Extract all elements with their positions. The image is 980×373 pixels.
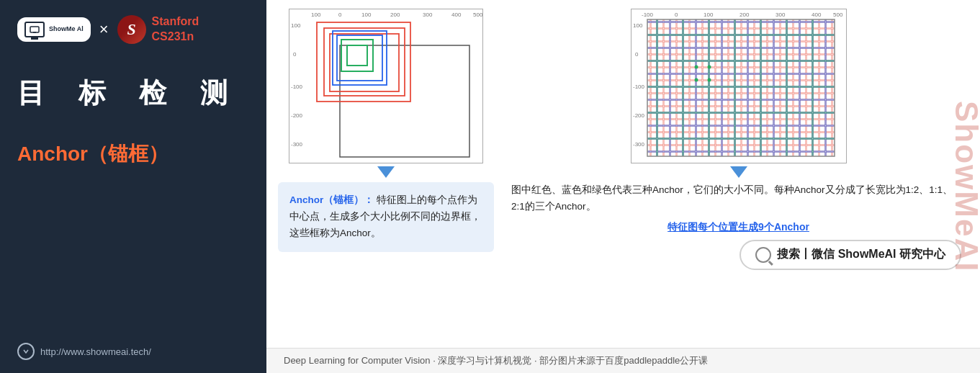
footer-text: Deep Learning for Computer Vision · 深度学习… [284, 354, 708, 367]
diagrams-row: 100 0 100 200 300 400 500 100 0 -100 -20… [266, 0, 980, 348]
arrow-down-left [377, 166, 395, 178]
footer: Deep Learning for Computer Vision · 深度学习… [266, 348, 980, 373]
svg-point-42 [707, 66, 711, 69]
search-bar[interactable]: 搜索丨微信 ShowMeAI 研究中心 [740, 240, 961, 270]
svg-text:-100: -100 [291, 84, 303, 90]
svg-rect-39 [647, 19, 835, 156]
stanford-s-icon: S [117, 15, 146, 44]
showmeai-logo: ShowMe Al [17, 17, 91, 42]
svg-text:200: 200 [740, 12, 750, 18]
svg-text:100: 100 [361, 12, 372, 18]
right-chart-svg: -100 0 100 200 300 400 500 100 0 -100 -2… [631, 9, 847, 163]
svg-text:200: 200 [390, 12, 400, 18]
svg-text:0: 0 [635, 51, 639, 58]
sidebar: ShowMe Al × S StanfordCS231n 目 标 检 测 Anc… [0, 0, 266, 373]
svg-rect-20 [341, 40, 373, 71]
showmeai-logo-text: ShowMe Al [49, 25, 84, 33]
right-desc-container: 图中红色、蓝色和绿色代表三种Anchor，它们的大小不同。每种Anchor又分成… [508, 182, 968, 274]
svg-text:100: 100 [311, 12, 321, 18]
left-chart-box: 100 0 100 200 300 400 500 100 0 -100 -20… [289, 9, 483, 163]
svg-text:100: 100 [291, 22, 301, 29]
search-icon [755, 247, 771, 263]
svg-text:500: 500 [473, 12, 483, 18]
svg-text:0: 0 [675, 12, 678, 18]
right-desc-text: 图中红色、蓝色和绿色代表三种Anchor，它们的大小不同。每种Anchor又分成… [508, 182, 968, 218]
left-diagram: 100 0 100 200 300 400 500 100 0 -100 -20… [278, 9, 494, 348]
svg-rect-19 [337, 35, 382, 81]
svg-text:300: 300 [423, 12, 433, 18]
logo-area: ShowMe Al × S StanfordCS231n [17, 14, 249, 45]
svg-text:500: 500 [833, 12, 843, 18]
main-title: 目 标 检 测 [17, 75, 249, 112]
left-chart-svg: 100 0 100 200 300 400 500 100 0 -100 -20… [289, 9, 483, 163]
cross-symbol: × [99, 20, 109, 39]
stanford-text: StanfordCS231n [152, 14, 199, 45]
svg-text:300: 300 [776, 12, 786, 18]
bottom-link: http://www.showmeai.tech/ [17, 343, 151, 360]
svg-text:400: 400 [451, 12, 462, 18]
svg-text:0: 0 [338, 12, 342, 18]
svg-rect-0 [30, 27, 39, 32]
right-chart-box: -100 0 100 200 300 400 500 100 0 -100 -2… [631, 9, 847, 163]
left-desc-box: Anchor（锚框）： 特征图上的每个点作为中心点，生成多个大小比例不同的边界框… [278, 182, 494, 252]
monitor-icon [24, 22, 45, 37]
svg-text:-200: -200 [291, 112, 303, 119]
right-diagram: -100 0 100 200 300 400 500 100 0 -100 -2… [508, 9, 968, 348]
desc-highlight: Anchor（锚框）： [289, 194, 374, 205]
svg-point-43 [694, 78, 698, 82]
svg-point-44 [707, 78, 711, 82]
svg-text:-100: -100 [642, 12, 654, 18]
content-area: 100 0 100 200 300 400 500 100 0 -100 -20… [266, 0, 980, 373]
bottom-url: http://www.showmeai.tech/ [40, 346, 151, 357]
stanford-logo: S StanfordCS231n [117, 14, 199, 45]
section-title: Anchor（锚框） [17, 140, 249, 168]
svg-text:-200: -200 [633, 112, 645, 119]
svg-text:100: 100 [703, 12, 714, 18]
arrow-icon [17, 343, 35, 360]
svg-text:100: 100 [633, 22, 643, 29]
svg-text:-100: -100 [633, 84, 645, 90]
search-area: 搜索丨微信 ShowMeAI 研究中心 [508, 240, 968, 274]
svg-text:-300: -300 [633, 141, 645, 148]
svg-text:400: 400 [812, 12, 822, 18]
svg-point-41 [694, 66, 698, 69]
arrow-down-right [730, 166, 747, 178]
svg-rect-21 [347, 45, 367, 66]
anchor-link[interactable]: 特征图每个位置生成9个Anchor [508, 221, 968, 234]
svg-text:-300: -300 [291, 141, 303, 148]
svg-text:0: 0 [293, 51, 297, 58]
search-text: 搜索丨微信 ShowMeAI 研究中心 [777, 247, 945, 262]
